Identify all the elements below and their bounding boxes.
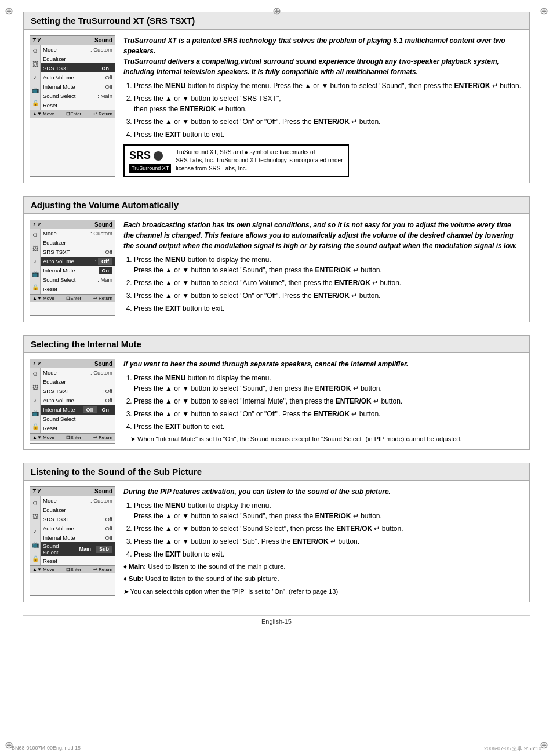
step-4-3: Press the ▲ or ▼ button to select "Sub".… [134,536,523,547]
section-header-subpicture: Listening to the Sound of the Sub Pictur… [24,463,529,481]
bottom-bar: BN68-01007M-00Eng.indd 15 2006-07-05 오후 … [0,745,553,753]
steps-trusurround: Press the MENU button to display the men… [123,81,523,140]
tv-item-srstsxt-4: SRS TSXT : Off [41,514,115,524]
tv-menu-items-4: Mode : Custom Equalizer SRS TSXT : Off A… [41,496,115,565]
steps-autovolume: Press the MENU button to display the men… [123,255,523,314]
tv-panel-footer-3: ▲▼ Move ⊡Enter ↩ Return [30,433,115,441]
section-autovolume: Adjusting the Volume Automatically T V S… [23,196,530,322]
section-title-autovolume: Adjusting the Volume Automatically [31,200,522,210]
step-2-3: Press the ▲ or ▼ button to select "On" o… [134,290,523,301]
step-1-2: Press the ▲ or ▼ button to select "SRS T… [134,93,523,114]
icon-sound-1: ♪ [34,74,37,80]
icon-lock-3: 🔒 [32,423,39,430]
tv-label-3: T V [32,361,41,367]
step-3-2: Press the ▲ or ▼ button to select "Inter… [134,396,523,406]
sound-label-1: Sound [94,37,112,43]
sound-label-2: Sound [94,221,112,228]
srs-circle [154,151,163,161]
step-4-2: Press the ▲ or ▼ button to select "Sound… [134,524,523,534]
section-title-internalmute: Selecting the Internal Mute [31,339,522,349]
icon-lock-1: 🔒 [32,100,39,106]
icon-image-2: 🖼 [32,245,38,252]
content-internalmute: If you want to hear the sound through se… [123,359,523,444]
srs-logo-box: SRS TruSurround XT TruSurround XT, SRS a… [123,144,349,177]
tv-panel-footer-1: ▲▼ Move ⊡Enter ↩ Return [30,110,115,118]
section-body-subpicture: T V Sound ⚙ 🖼 ♪ 📺 🔒 Mode : Custom [24,481,529,602]
tv-item-mode-3: Mode : Custom [41,368,115,377]
tv-item-equalizer-4: Equalizer [41,505,115,514]
step-3-1: Press the MENU button to display the men… [134,373,523,394]
footer-enter-4: ⊡Enter [66,567,81,572]
tv-item-autovolume-4: Auto Volume : Off [41,524,115,533]
tv-panel-trusurround: T V Sound ⚙ 🖼 ♪ 📺 🔒 Mode : Custom [30,35,115,177]
tv-menu-items-2: Mode : Custom Equalizer SRS TSXT : Off A… [41,229,115,294]
tv-item-reset-2: Reset [41,285,115,294]
icon-image-4: 🖼 [32,514,38,520]
tv-panel-autovolume: T V Sound ⚙ 🖼 ♪ 📺 🔒 Mode : Custom [30,220,115,316]
step-3-4: Press the EXIT button to exit. [134,421,523,432]
sound-label-3: Sound [94,361,112,367]
tv-panel-footer-4: ▲▼ Move ⊡Enter ↩ Return [30,565,115,573]
tv-item-mode-1: Mode : Custom [41,45,115,54]
tv-panel-subpicture: T V Sound ⚙ 🖼 ♪ 📺 🔒 Mode : Custom [30,486,115,596]
footer-move-4: ▲▼ Move [32,567,54,572]
steps-internalmute: Press the MENU button to display the men… [123,373,523,432]
tv-item-internalmute-1: Internal Mute : Off [41,82,115,91]
footer-return-2: ↩ Return [93,296,112,301]
srs-trademark-text: TruSurround XT, SRS and ● symbol are tra… [176,148,343,173]
sound-label-4: Sound [94,488,112,495]
side-icons-4: ⚙ 🖼 ♪ 📺 🔒 [30,496,41,565]
step-3-3: Press the ▲ or ▼ button to select "On" o… [134,409,523,419]
tv-item-reset-4: Reset [41,556,115,565]
step-2-4: Press the EXIT button to exit. [134,303,523,314]
pip-note: ➤ You can select this option when the "P… [123,587,523,597]
icon-settings-1: ⚙ [32,48,38,54]
icon-ch-4: 📺 [32,541,39,548]
tv-item-soundselect-2: Sound Select : Main [41,275,115,285]
icon-settings-2: ⚙ [32,232,38,238]
center-top-mark: ⊕ [272,5,281,17]
icon-sound-3: ♪ [34,397,37,404]
footer-move-2: ▲▼ Move [32,296,54,301]
step-2-1: Press the MENU button to display the men… [134,255,523,275]
tv-menu-items-1: Mode : Custom Equalizer SRS TSXT : On Au… [41,45,115,110]
tv-item-reset-3: Reset [41,424,115,433]
icon-sound-2: ♪ [34,258,37,264]
footer-enter-2: ⊡Enter [66,296,81,301]
section-header-autovolume: Adjusting the Volume Automatically [24,197,529,214]
corner-mark-tr: ⊕ [540,5,548,17]
tv-item-autovolume-1: Auto Volume : Off [41,72,115,82]
icon-lock-4: 🔒 [32,555,39,562]
srs-logo-container: SRS TruSurround XT [129,148,171,173]
footer-enter-1: ⊡Enter [66,111,81,117]
bottom-left-text: BN68-01007M-00Eng.indd 15 [12,745,81,753]
tv-panel-internalmute: T V Sound ⚙ 🖼 ♪ 📺 🔒 Mode : Custom [30,359,115,444]
intro-trusurround: TruSurround XT is a patented SRS technol… [123,35,523,77]
tv-menu-items-3: Mode : Custom Equalizer SRS TSXT : Off A… [41,368,115,433]
tv-item-equalizer-2: Equalizer [41,238,115,248]
side-icons-1: ⚙ 🖼 ♪ 📺 🔒 [30,45,41,110]
content-autovolume: Each broadcasting station has its own si… [123,220,523,316]
section-subpicture: Listening to the Sound of the Sub Pictur… [23,463,530,602]
bullet-sub: ♦ Sub: Used to listen to the sound of th… [123,574,523,584]
tv-item-soundselect-1: Sound Select : Main [41,91,115,100]
section-internalmute: Selecting the Internal Mute T V Sound ⚙ … [23,335,530,450]
section-body-trusurround: T V Sound ⚙ 🖼 ♪ 📺 🔒 Mode : Custom [24,30,529,183]
icon-sound-4: ♪ [34,528,37,534]
section-trusurround: Setting the TruSurround XT (SRS TSXT) T … [23,12,530,183]
icon-settings-3: ⚙ [32,371,38,377]
section-body-internalmute: T V Sound ⚙ 🖼 ♪ 📺 🔒 Mode : Custom [24,353,529,450]
tv-item-autovolume-3: Auto Volume : Off [41,396,115,405]
tv-item-autovolume-2: Auto Volume : Off [41,257,115,266]
corner-mark-tl: ⊕ [5,5,13,17]
icon-image-3: 🖼 [32,384,38,391]
icon-settings-4: ⚙ [32,500,38,506]
tv-item-soundselect-4: Sound Select MainSub [41,542,115,556]
note-internalmute: ➤ When "Internal Mute" is set to "On", t… [123,434,523,444]
intro-internalmute: If you want to hear the sound through se… [123,359,523,369]
tv-item-internalmute-2: Internal Mute : On [41,266,115,275]
tv-item-equalizer-1: Equalizer [41,54,115,63]
step-4-4: Press the EXIT button to exit. [134,549,523,559]
tv-item-mode-4: Mode : Custom [41,496,115,505]
tv-item-srstsxt-2: SRS TSXT : Off [41,248,115,257]
